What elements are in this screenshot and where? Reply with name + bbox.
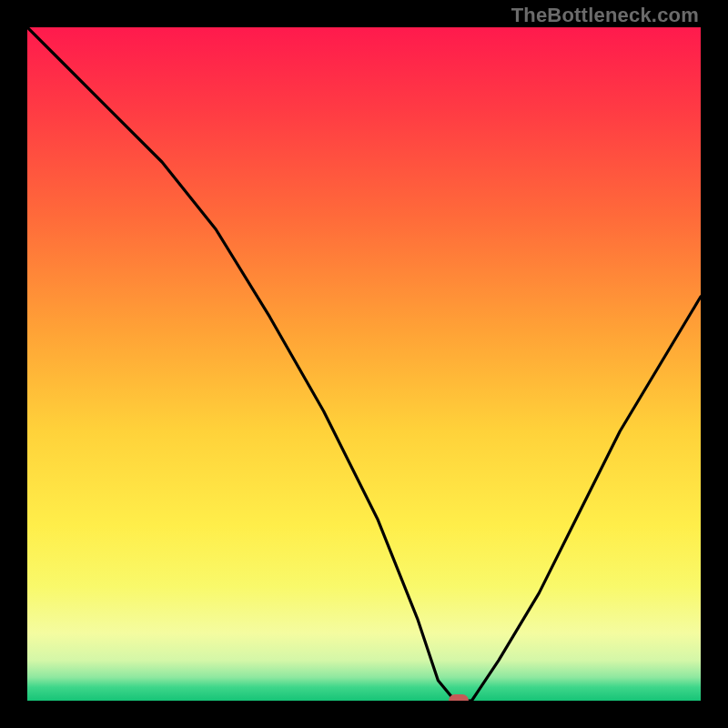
heat-gradient [27,27,701,701]
chart-frame: TheBottleneck.com [0,0,728,728]
watermark-text: TheBottleneck.com [511,4,699,27]
plot-area [27,27,701,701]
